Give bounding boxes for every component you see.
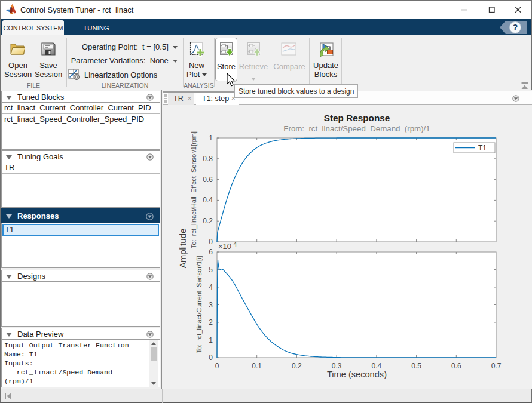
svg-text:Amplitude: Amplitude bbox=[178, 229, 188, 269]
svg-text:To: rct_linact/Hall Effect: To: rct_linact/Hall Effect Sensor/1[rpm] bbox=[190, 131, 197, 248]
svg-text:Time (seconds): Time (seconds) bbox=[327, 370, 387, 379]
svg-text:0: 0 bbox=[209, 353, 213, 362]
svg-text:0.8: 0.8 bbox=[203, 155, 213, 163]
svg-text:1: 1 bbox=[209, 134, 213, 142]
svg-text:2: 2 bbox=[209, 318, 213, 327]
svg-text:0.7: 0.7 bbox=[491, 362, 502, 370]
svg-text:0.4: 0.4 bbox=[203, 196, 213, 204]
svg-text:?: ? bbox=[513, 23, 518, 32]
svg-text:To: rct_linact/Current Senso: To: rct_linact/Current Sensor/1[i] bbox=[195, 256, 203, 353]
svg-text:4: 4 bbox=[209, 283, 213, 291]
svg-text:0.3: 0.3 bbox=[332, 362, 342, 370]
svg-text:0.1: 0.1 bbox=[252, 362, 262, 370]
svg-text:0: 0 bbox=[215, 362, 219, 370]
svg-text:5: 5 bbox=[209, 266, 213, 274]
svg-text:1: 1 bbox=[209, 336, 213, 344]
svg-text:0: 0 bbox=[209, 238, 213, 246]
svg-text:0.4: 0.4 bbox=[372, 362, 382, 370]
svg-text:3: 3 bbox=[209, 301, 213, 309]
svg-text:0.6: 0.6 bbox=[203, 176, 213, 184]
svg-text:×10-4: ×10-4 bbox=[218, 241, 237, 251]
svg-text:6: 6 bbox=[209, 248, 213, 256]
svg-text:0.5: 0.5 bbox=[411, 362, 421, 370]
svg-text:From: rct_linact/Speed Deman: From: rct_linact/Speed Demand (rpm)/1 bbox=[283, 124, 430, 133]
svg-text:0.6: 0.6 bbox=[451, 362, 461, 370]
svg-text:0.2: 0.2 bbox=[292, 362, 302, 370]
svg-text:Step Response: Step Response bbox=[324, 113, 390, 123]
svg-text:T1: T1 bbox=[478, 144, 487, 152]
svg-text:0.2: 0.2 bbox=[203, 217, 213, 225]
